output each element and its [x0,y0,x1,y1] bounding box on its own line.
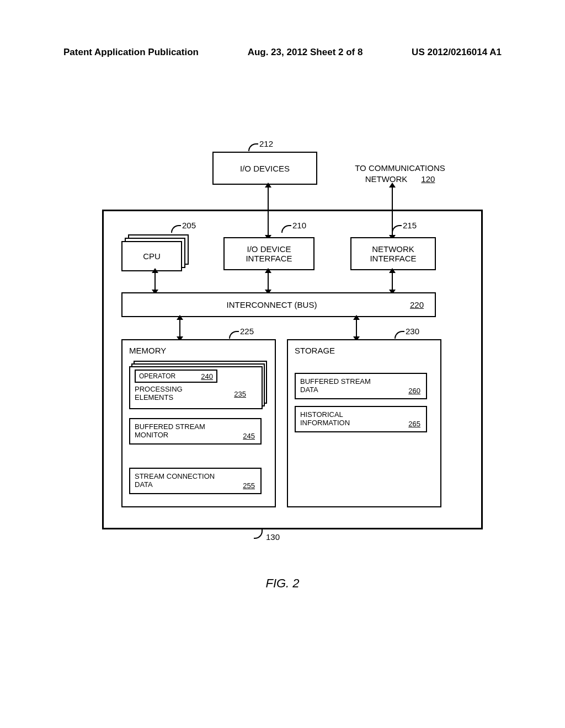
bsm-line1: BUFFERED STREAM [135,422,256,431]
figure-caption: FIG. 2 [0,576,565,591]
storage-box: STORAGE BUFFERED STREAM DATA 260 HISTORI… [287,339,441,507]
to-comm-line2: NETWORK [365,174,408,184]
arrow-bus-storage [356,319,357,338]
net-intf-line2: INTERFACE [370,254,416,263]
pe-line2: ELEMENTS [135,393,173,402]
hist-line2: INFORMATION [300,419,422,427]
arrow-cpu-bus [154,272,156,291]
io-intf-line1: I/O DEVICE [247,244,291,254]
bsm-line2: MONITOR [135,431,256,439]
scd-line2: DATA [135,480,256,489]
network-interface-box: NETWORK INTERFACE [350,237,436,270]
hist-ref: 265 [408,420,420,428]
header-left: Patent Application Publication [63,47,199,58]
cpu-label: CPU [143,251,161,261]
io-device-interface-box: I/O DEVICE INTERFACE [223,237,315,270]
pe-line1: PROCESSING [135,385,183,393]
hist-line1: HISTORICAL [300,410,422,419]
interconnect-ref: 220 [410,300,424,309]
bsd-line1: BUFFERED STREAM [300,377,422,386]
storage-title: STORAGE [295,346,335,355]
buffered-stream-data-box: BUFFERED STREAM DATA 260 [295,373,427,399]
diagram: I/O DEVICES 212 TO COMMUNICATIONS NETWOR… [63,138,499,568]
io-devices-ref: 212 [259,139,273,148]
main-box-ref-callout: 130 [254,532,280,542]
buffered-stream-monitor-box: BUFFERED STREAM MONITOR 245 [129,418,262,445]
memory-box: MEMORY OPERATOR 240 PROCESSING ELEMENTS … [121,339,276,507]
cpu-ref: 205 [182,221,196,230]
net-intf-ref: 215 [403,221,417,230]
stream-connection-data-box: STREAM CONNECTION DATA 255 [129,468,262,494]
scd-line1: STREAM CONNECTION [135,472,256,480]
bsd-line2: DATA [300,386,422,394]
bsd-ref: 260 [408,387,420,395]
header-right: US 2012/0216014 A1 [412,47,502,58]
io-intf-ref: 210 [292,221,306,230]
to-comm-ref: 120 [421,174,435,184]
scd-ref: 255 [243,481,255,490]
operator-label: OPERATOR [139,372,175,380]
io-intf-line2: INTERFACE [246,254,292,263]
io-devices-box: I/O DEVICES [212,152,317,185]
to-comm-line1: TO COMMUNICATIONS [337,163,463,174]
memory-ref: 225 [240,326,254,336]
operator-box: OPERATOR 240 [135,370,217,383]
bsm-ref: 245 [243,432,255,440]
net-intf-line1: NETWORK [372,244,414,254]
to-comm-label: TO COMMUNICATIONS NETWORK 120 [337,163,463,184]
interconnect-box: INTERCONNECT (BUS) 220 [121,292,436,317]
operator-ref: 240 [201,372,213,381]
arrow-bus-memory [179,319,180,338]
interconnect-label: INTERCONNECT (BUS) [134,300,410,309]
io-devices-label: I/O DEVICES [240,164,290,173]
processing-elements-stack: OPERATOR 240 PROCESSING ELEMENTS 235 [129,361,266,410]
historical-information-box: HISTORICAL INFORMATION 265 [295,406,427,432]
ref-tick [248,143,258,151]
arrow-netintf-bus [392,272,393,291]
pe-ref: 235 [234,390,246,398]
main-box-ref: 130 [266,532,280,542]
cpu-stack: CPU [121,234,188,270]
memory-title: MEMORY [129,346,166,355]
header-mid: Aug. 23, 2012 Sheet 2 of 8 [248,47,363,58]
arrow-iointf-bus [268,272,269,291]
storage-ref: 230 [406,326,419,336]
